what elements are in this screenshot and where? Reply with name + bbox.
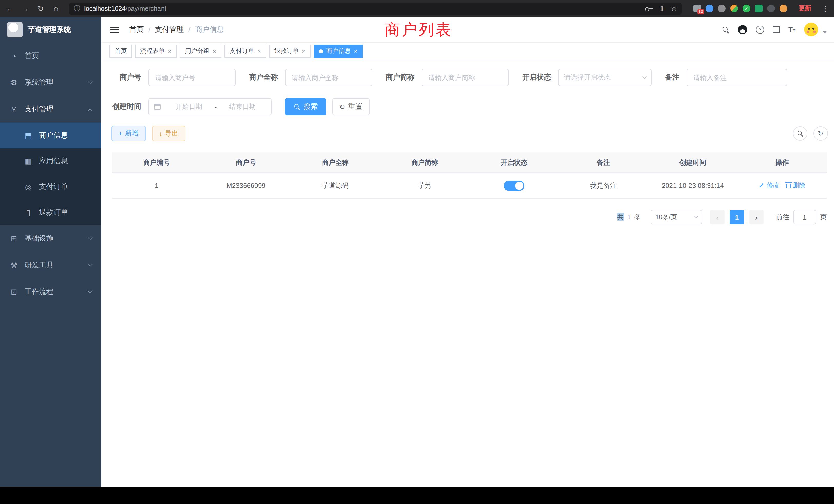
close-icon[interactable]: × [213,48,216,54]
next-page-button[interactable]: › [749,210,764,224]
github-icon[interactable] [738,25,747,34]
sidebar-item-payment[interactable]: ¥ 支付管理 [0,96,101,123]
extension-dark-icon[interactable] [767,5,775,12]
refresh-icon: ↻ [818,130,824,137]
pagination-goto: 前往 页 [776,210,827,224]
search-button[interactable]: 搜索 [285,98,326,115]
extension-check-icon[interactable]: ✓ [743,5,750,12]
full-name-input[interactable] [285,69,372,86]
yen-icon: ¥ [9,105,19,114]
download-icon: ↓ [159,130,162,137]
reset-button[interactable]: ↻ 重置 [332,98,370,115]
merchant-no-input[interactable] [148,69,236,86]
site-info-icon[interactable]: ⓘ [74,4,80,13]
breadcrumb-home[interactable]: 首页 [129,25,144,34]
table-tools: ↻ [793,126,828,141]
short-name-input[interactable] [422,69,509,86]
search-icon[interactable] [722,26,729,33]
browser-menu-icon[interactable]: ⋮ [822,4,829,13]
status-toggle[interactable] [504,180,524,191]
refresh-table-button[interactable]: ↻ [813,126,828,141]
sidebar-item-devtools[interactable]: ⚒ 研发工具 [0,252,101,279]
reload-icon[interactable]: ↻ [36,4,45,13]
sidebar-subitem-label: 应用信息 [39,157,68,166]
logo-avatar [7,22,23,38]
cell-remark: 我是备注 [559,181,648,190]
table-header-row: 商户编号 商户号 商户全称 商户简称 开启状态 备注 创建时间 操作 [112,153,827,173]
remark-input[interactable] [687,69,787,86]
delete-link[interactable]: 删除 [786,181,805,190]
close-icon[interactable]: × [168,48,172,54]
sidebar-item-home[interactable]: ◔ 首页 [0,43,101,69]
status-select[interactable]: 请选择开启状态 [558,69,652,86]
tab-process-form[interactable]: 流程表单 × [135,44,177,58]
sidebar-item-app-info[interactable]: ▦ 应用信息 [0,148,101,174]
sidebar-item-label: 支付管理 [25,105,53,114]
add-button[interactable]: + 新增 [111,126,146,141]
create-time-range-picker[interactable]: 开始日期 - 结束日期 [148,98,272,115]
help-icon[interactable]: ? [756,25,764,33]
tab-home[interactable]: 首页 [109,44,132,58]
cell-short-name: 芋艿 [380,181,469,190]
address-bar[interactable]: ⓘ localhost:1024 /pay/merchant ⇧ ☆ [69,2,682,15]
col-header: 商户全称 [291,158,380,167]
filter-row-2: 创建时间 开始日期 - 结束日期 搜索 ↻ 重置 [101,98,834,115]
close-icon[interactable]: × [354,48,357,54]
page-size-select[interactable]: 10条/页 [651,210,702,224]
extension-green-square-icon[interactable] [755,5,763,12]
export-button[interactable]: ↓ 导出 [152,126,185,141]
prev-page-button[interactable]: ‹ [710,210,725,224]
col-header: 商户编号 [112,158,201,167]
page-number-1[interactable]: 1 [730,210,744,224]
breadcrumb: 首页 / 支付管理 / 商户信息 [129,25,224,34]
filter-label: 商户号 [120,73,141,82]
cell-create-time: 2021-10-23 08:31:14 [648,182,738,189]
password-key-icon[interactable] [645,6,653,11]
search-icon [797,130,803,137]
infrastructure-icon: ⊞ [9,234,19,243]
header-bar: 首页 / 支付管理 / 商户信息 商户列表 ? TT [101,17,834,43]
close-icon[interactable]: × [257,48,261,54]
tab-pay-order[interactable]: 支付订单 × [224,44,266,58]
extension-orange-icon[interactable] [780,5,787,12]
toggle-search-button[interactable] [793,126,807,141]
sidebar-item-pay-order[interactable]: ◎ 支付订单 [0,174,101,200]
sidebar-item-label: 工作流程 [25,288,53,297]
tab-refund-order[interactable]: 退款订单 × [269,44,311,58]
home-icon[interactable]: ⌂ [51,4,61,13]
close-icon[interactable]: × [302,48,306,54]
devtools-icon: ⚒ [9,261,19,270]
chevron-down-icon [88,288,93,293]
share-icon[interactable]: ⇧ [659,5,665,12]
bookmark-star-icon[interactable]: ☆ [671,5,677,12]
sidebar-fold-icon[interactable] [109,24,120,35]
sidebar-item-label: 基础设施 [25,234,53,243]
extensions-puzzle-icon[interactable]: 10 [693,5,701,12]
sidebar-item-refund-order[interactable]: ▯ 退款订单 [0,200,101,225]
sidebar-item-merchant-info[interactable]: ▤ 商户信息 [0,123,101,148]
browser-update-button[interactable]: 更新 [798,4,811,13]
edit-link[interactable]: 修改 [759,181,779,190]
sidebar-item-workflow[interactable]: ⊡ 工作流程 [0,279,101,305]
extension-gray-icon[interactable] [718,5,726,12]
goto-page-input[interactable] [793,210,816,224]
tab-user-group[interactable]: 用户分组 × [180,44,221,58]
forward-icon[interactable]: → [21,4,30,13]
extension-duo-icon[interactable] [730,5,738,12]
sidebar-logo[interactable]: 芋道管理系统 [0,17,101,43]
active-dot [319,49,323,53]
extension-blue-icon[interactable] [706,5,713,12]
back-icon[interactable]: ← [5,4,14,13]
font-size-icon[interactable]: TT [788,25,795,33]
fullscreen-icon[interactable] [773,26,780,33]
table-toolbar: + 新增 ↓ 导出 ↻ [101,126,834,141]
tab-merchant-info[interactable]: 商户信息 × [314,44,363,58]
extension-badge: 10 [697,9,704,14]
avatar[interactable] [804,23,818,37]
breadcrumb-payment[interactable]: 支付管理 [155,25,184,34]
user-dropdown-caret-icon[interactable] [823,31,827,33]
sidebar-item-infrastructure[interactable]: ⊞ 基础设施 [0,225,101,252]
sidebar-item-system[interactable]: ⚙ 系统管理 [0,69,101,96]
filter-short-name: 商户简称 [386,69,509,86]
col-header: 备注 [559,158,648,167]
